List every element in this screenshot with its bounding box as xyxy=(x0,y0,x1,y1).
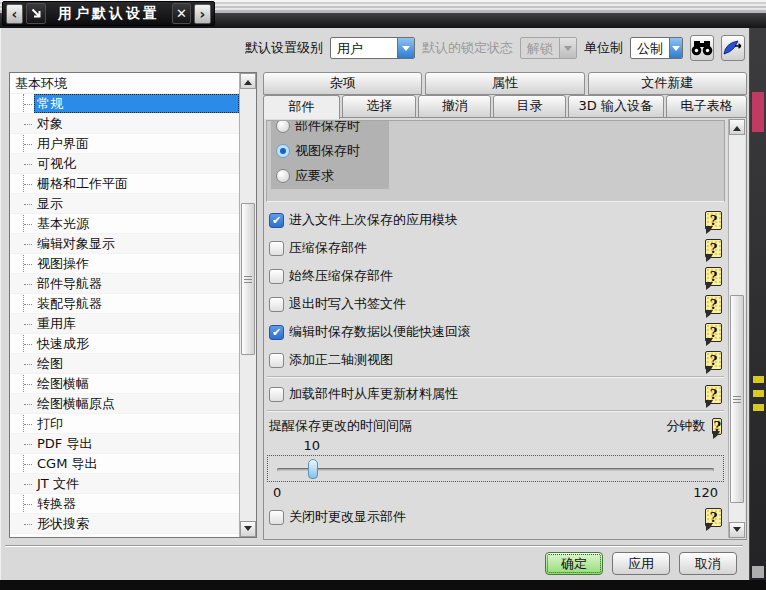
save-reminder-slider[interactable] xyxy=(267,455,724,482)
scrollbar-thumb[interactable] xyxy=(730,295,744,503)
slider-label: 提醒保存更改的时间间隔 xyxy=(269,417,412,435)
sidebar-item[interactable]: 绘图横幅原点 xyxy=(10,394,239,414)
pointer-tool-button[interactable] xyxy=(26,3,46,24)
graphics-background xyxy=(750,28,766,580)
sidebar-tree-children: 常规对象用户界面可视化栅格和工作平面显示基本光源编辑对象显示视图操作部件导航器装… xyxy=(10,94,239,534)
help-icon[interactable]: ? xyxy=(705,239,722,258)
sidebar-item[interactable]: 绘图横幅 xyxy=(10,374,239,394)
tab[interactable]: 电子表格 xyxy=(666,95,747,118)
radio-icon[interactable] xyxy=(276,120,290,133)
sidebar-item[interactable]: 栅格和工作平面 xyxy=(10,174,239,194)
scroll-down-button[interactable] xyxy=(729,522,745,538)
scroll-down-button[interactable] xyxy=(240,521,256,537)
sidebar-root-item[interactable]: 基本环境 xyxy=(10,73,239,94)
sidebar-item[interactable]: 视图操作 xyxy=(10,254,239,274)
checkbox-row: 关闭时更改显示部件? xyxy=(266,503,725,531)
scroll-up-button[interactable] xyxy=(729,119,745,135)
nav-back-button[interactable]: ‹ xyxy=(6,4,23,24)
checkbox[interactable] xyxy=(269,297,284,312)
slider-track[interactable] xyxy=(277,468,714,472)
sidebar-item-label: 绘图 xyxy=(34,354,239,373)
slider-current-value: 10 xyxy=(303,438,320,453)
checkbox-label: 退出时写入书签文件 xyxy=(289,295,700,313)
sidebar-item[interactable]: 部件导航器 xyxy=(10,274,239,294)
checkbox[interactable] xyxy=(269,269,284,284)
checkbox[interactable] xyxy=(269,353,284,368)
tab[interactable]: 目录 xyxy=(493,95,565,118)
find-default-button[interactable] xyxy=(690,35,714,61)
sidebar-item[interactable]: 编辑对象显示 xyxy=(10,234,239,254)
tab[interactable]: 杂项 xyxy=(263,72,422,95)
radio-option[interactable]: 部件保存时 xyxy=(276,120,384,138)
checkbox[interactable]: ✔ xyxy=(269,213,284,228)
help-icon[interactable]: ? xyxy=(705,385,722,404)
checkbox[interactable] xyxy=(269,241,284,256)
radio-label: 部件保存时 xyxy=(295,120,360,135)
tab[interactable]: 属性 xyxy=(425,72,584,95)
radio-icon[interactable] xyxy=(276,144,290,158)
radio-icon[interactable] xyxy=(276,169,290,183)
checkbox[interactable] xyxy=(269,387,284,402)
sidebar-item[interactable]: 重用库 xyxy=(10,314,239,334)
sidebar-item[interactable]: 绘图 xyxy=(10,354,239,374)
sidebar-scrollbar[interactable] xyxy=(239,73,256,537)
tab[interactable]: 文件新建 xyxy=(588,72,747,95)
radio-option[interactable]: 视图保存时 xyxy=(276,138,384,163)
cancel-button[interactable]: 取消 xyxy=(679,552,737,575)
sidebar-item[interactable]: 对象 xyxy=(10,114,239,134)
tab[interactable]: 选择 xyxy=(342,95,416,118)
scrollbar-thumb[interactable] xyxy=(241,203,255,355)
sidebar-item[interactable]: 显示 xyxy=(10,194,239,214)
help-icon[interactable]: ? xyxy=(705,211,722,230)
sidebar-item[interactable]: 常规 xyxy=(10,94,239,114)
sidebar-item-label: 显示 xyxy=(34,194,239,213)
units-dropdown[interactable]: 公制 xyxy=(630,37,683,59)
panel-scrollbar[interactable] xyxy=(728,119,745,538)
scroll-up-button[interactable] xyxy=(240,73,256,89)
category-sidebar: 基本环境 常规对象用户界面可视化栅格和工作平面显示基本光源编辑对象显示视图操作部… xyxy=(9,72,257,538)
ok-button[interactable]: 确定 xyxy=(545,552,603,575)
sidebar-item[interactable]: PDF 导出 xyxy=(10,434,239,454)
tab[interactable]: 3D 输入设备 xyxy=(568,95,664,118)
sidebar-item[interactable]: JT 文件 xyxy=(10,474,239,494)
apply-button[interactable]: 应用 xyxy=(612,552,670,575)
separator xyxy=(267,410,724,412)
triangle-down-icon xyxy=(244,526,252,535)
screen: { "window": { "title": "用户默认设置", "back_g… xyxy=(0,0,766,590)
sidebar-item-label: 编辑对象显示 xyxy=(34,234,239,253)
checkbox-row: 退出时写入书签文件? xyxy=(266,290,725,318)
sidebar-item[interactable]: 装配导航器 xyxy=(10,294,239,314)
help-icon[interactable]: ? xyxy=(705,351,722,370)
checkbox[interactable] xyxy=(269,510,284,525)
help-icon[interactable]: ? xyxy=(712,418,722,435)
nav-forward-button[interactable]: › xyxy=(194,4,211,24)
sidebar-item-label: 形状搜索 xyxy=(34,514,239,533)
sidebar-item[interactable]: 用户界面 xyxy=(10,134,239,154)
sidebar-item[interactable]: CGM 导出 xyxy=(10,454,239,474)
sidebar-item[interactable]: 基本光源 xyxy=(10,214,239,234)
sidebar-item-label: 视图操作 xyxy=(34,254,239,273)
sidebar-item[interactable]: 打印 xyxy=(10,414,239,434)
cursor-arrow-icon xyxy=(30,7,43,20)
manage-settings-button[interactable] xyxy=(721,35,745,61)
slider-value-row: 10 xyxy=(266,438,725,455)
sidebar-item[interactable]: 转换器 xyxy=(10,494,239,514)
help-icon[interactable]: ? xyxy=(705,295,722,314)
tab-row-primary: 部件选择撤消目录3D 输入设备电子表格 xyxy=(263,95,747,118)
close-button[interactable]: ✕ xyxy=(172,3,191,24)
radio-option[interactable]: 应要求 xyxy=(276,163,384,188)
sidebar-item[interactable]: 快速成形 xyxy=(10,334,239,354)
help-icon[interactable]: ? xyxy=(705,508,722,527)
sidebar-item[interactable]: 形状搜索 xyxy=(10,514,239,534)
slider-thumb[interactable] xyxy=(308,459,318,479)
checkbox[interactable]: ✔ xyxy=(269,325,284,340)
help-icon[interactable]: ? xyxy=(705,267,722,286)
triangle-up-icon xyxy=(244,76,252,85)
tab[interactable]: 部件 xyxy=(263,95,340,119)
chevron-down-icon xyxy=(559,38,576,58)
sidebar-item[interactable]: 可视化 xyxy=(10,154,239,174)
level-dropdown[interactable]: 用户 xyxy=(330,37,415,59)
sidebar-item-label: 快速成形 xyxy=(34,334,239,353)
help-icon[interactable]: ? xyxy=(705,323,722,342)
tab[interactable]: 撤消 xyxy=(418,95,491,118)
